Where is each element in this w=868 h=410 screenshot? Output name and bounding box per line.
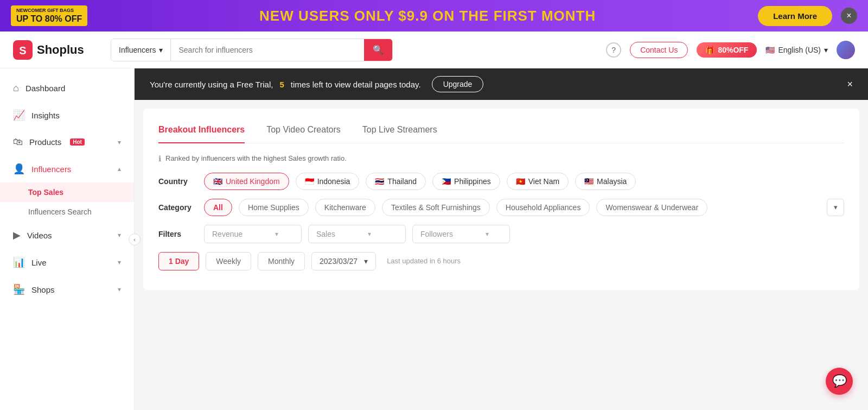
category-dropdown-button[interactable]: ▾ [827,199,844,216]
influencers-search-label: Influencers Search [28,207,92,216]
tab-live-streamers[interactable]: Top Live Streamers [362,119,437,143]
sidebar-item-label: Products [29,137,61,147]
country-button-philippines[interactable]: 🇵🇭 Philippines [432,173,500,190]
sidebar-item-label: Shops [31,285,55,294]
trial-text-before: You're currently using a Free Trial, [150,80,273,89]
flag-icon: 🇺🇸 [765,46,775,54]
country-button-thailand[interactable]: 🇹🇭 Thailand [366,173,426,190]
time-button-weekly[interactable]: Weekly [206,252,251,270]
sidebar-item-videos[interactable]: ▶ Videos ▾ [0,222,134,249]
user-avatar[interactable] [837,41,855,59]
time-button-1day[interactable]: 1 Day [158,252,199,270]
contact-us-button[interactable]: Contact Us [630,42,688,58]
header-right: ? Contact Us 🎁 80%OFF 🇺🇸 English (US) ▾ [606,41,855,59]
category-home-label: Home Supplies [248,203,299,212]
sidebar: ‹ ⌂ Dashboard 📈 Insights 🛍 Products Hot … [0,68,135,410]
tab-live-label: Top Live Streamers [362,125,437,134]
tab-breakout-label: Breakout Influencers [158,125,245,134]
sidebar-collapse-button[interactable]: ‹ [129,234,141,245]
badge-small-text: NEWCOMER GIFT BAGS [16,8,82,14]
revenue-label: Revenue [212,230,242,238]
vn-flag: 🇻🇳 [516,177,525,186]
svg-text:S: S [19,45,26,56]
banner-close-button[interactable]: × [841,8,857,24]
search-input[interactable] [171,39,364,61]
learn-more-button[interactable]: Learn More [758,6,832,26]
sidebar-sub-item-influencers-search[interactable]: Influencers Search [0,202,134,222]
country-button-malaysia[interactable]: 🇲🇾 Malaysia [575,173,636,190]
insights-icon: 📈 [13,109,25,121]
sidebar-item-dashboard[interactable]: ⌂ Dashboard [0,75,134,102]
category-textiles-label: Textiles & Soft Furnishings [391,203,481,212]
chat-fab-button[interactable]: 💬 [826,368,853,395]
sidebar-item-label: Videos [27,231,52,240]
country-filter-row: Country 🇬🇧 United Kingdom 🇮🇩 Indonesia 🇹… [158,173,844,190]
time-1day-label: 1 Day [169,257,189,266]
discount-label: 80%OFF [718,46,748,54]
country-button-vietnam[interactable]: 🇻🇳 Viet Nam [507,173,569,190]
trial-banner: You're currently using a Free Trial, 5 t… [135,68,868,100]
last-updated-text: Last updated in 6 hours [387,257,461,265]
sidebar-item-influencers[interactable]: 👤 Influencers ▴ [0,155,134,182]
search-button[interactable]: 🔍 [364,39,392,61]
banner-main-text: NEW USERS ONLY $9.9 ON THE FIRST MONTH [97,8,758,24]
tab-video-label: Top Video Creators [266,125,341,134]
sidebar-item-label: Influencers [31,165,71,174]
tab-video-creators[interactable]: Top Video Creators [266,119,341,143]
time-button-monthly[interactable]: Monthly [258,252,305,270]
category-button-home[interactable]: Home Supplies [239,199,309,216]
uk-flag: 🇬🇧 [213,177,222,186]
search-type-label: Influencers [119,46,156,54]
trial-close-button[interactable]: × [847,79,853,90]
chat-icon: 💬 [832,374,847,388]
sidebar-item-shops[interactable]: 🏪 Shops ▾ [0,276,134,303]
country-button-indonesia[interactable]: 🇮🇩 Indonesia [296,173,360,190]
top-sales-label: Top Sales [28,188,63,197]
filters-row: Filters Revenue ▾ Sales ▾ Followers ▾ [158,225,844,243]
id-label: Indonesia [317,177,350,186]
discount-button[interactable]: 🎁 80%OFF [697,42,757,58]
sales-chevron: ▾ [368,230,371,238]
followers-label: Followers [420,230,453,238]
my-label: Malaysia [597,177,627,186]
category-button-all[interactable]: All [204,199,232,216]
sidebar-item-products[interactable]: 🛍 Products Hot ▾ [0,129,134,155]
logo-text: Shoplus [37,43,84,57]
header: S Shoplus Influencers ▾ 🔍 ? Contact Us 🎁… [0,31,868,68]
main-layout: ‹ ⌂ Dashboard 📈 Insights 🛍 Products Hot … [0,68,868,410]
category-button-kitchen[interactable]: Kitchenware [315,199,375,216]
revenue-dropdown[interactable]: Revenue ▾ [204,225,302,243]
country-button-uk[interactable]: 🇬🇧 United Kingdom [204,173,289,190]
upgrade-button[interactable]: Upgrade [432,76,484,92]
help-button[interactable]: ? [606,42,621,58]
top-banner: NEWCOMER GIFT BAGS UP TO 80% OFF NEW USE… [0,0,868,31]
language-selector[interactable]: 🇺🇸 English (US) ▾ [765,46,828,54]
followers-dropdown[interactable]: Followers ▾ [412,225,510,243]
th-flag: 🇹🇭 [375,177,384,186]
products-chevron: ▾ [118,138,121,146]
language-label: English (US) [778,46,821,54]
time-filter-row: 1 Day Weekly Monthly 2023/03/27 ▾ Last u… [158,252,844,270]
sidebar-sub-item-top-sales[interactable]: Top Sales [0,182,134,202]
sidebar-item-insights[interactable]: 📈 Insights [0,102,134,129]
category-kitchen-label: Kitchenware [324,203,366,212]
category-button-textiles[interactable]: Textiles & Soft Furnishings [382,199,490,216]
tabs: Breakout Influencers Top Video Creators … [158,119,844,143]
category-button-womens[interactable]: Womenswear & Underwear [596,199,707,216]
dashboard-icon: ⌂ [13,83,19,94]
date-picker[interactable]: 2023/03/27 ▾ [311,252,376,270]
videos-icon: ▶ [13,229,21,241]
sales-dropdown[interactable]: Sales ▾ [308,225,406,243]
search-type-selector[interactable]: Influencers ▾ [111,39,171,61]
category-button-appliances[interactable]: Household Appliances [496,199,590,216]
country-filter-label: Country [158,177,197,186]
logo[interactable]: S Shoplus [13,40,100,60]
ph-label: Philippines [454,177,491,186]
time-monthly-label: Monthly [268,257,295,266]
date-chevron: ▾ [364,257,368,266]
help-icon-label: ? [611,46,616,54]
my-flag: 🇲🇾 [584,177,593,186]
sidebar-item-live[interactable]: 📊 Live ▾ [0,249,134,276]
shops-chevron: ▾ [118,286,121,293]
tab-breakout[interactable]: Breakout Influencers [158,119,245,143]
